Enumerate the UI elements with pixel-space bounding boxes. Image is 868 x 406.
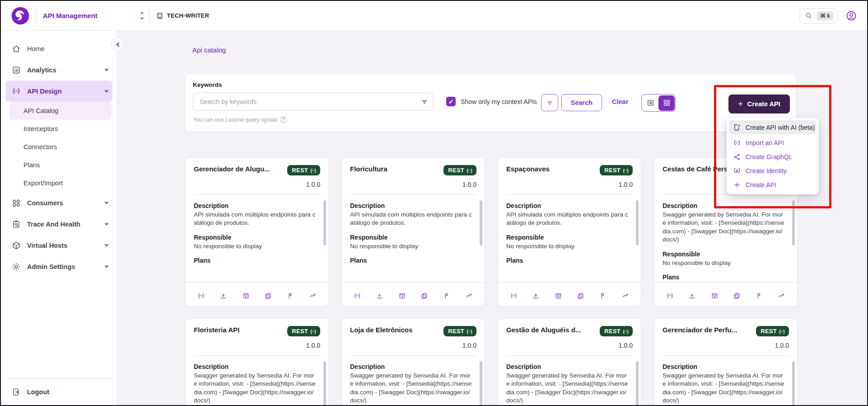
sidebar-item-admin-settings[interactable]: Admin Settings: [1, 256, 117, 277]
description-heading: Description: [350, 363, 473, 370]
create-api-menu-item[interactable]: Create API with AI (beta): [729, 120, 816, 134]
download-icon[interactable]: [688, 292, 696, 300]
documentation-icon[interactable]: [711, 292, 719, 300]
context-checkbox-group[interactable]: ✓ Show only my context APIs: [446, 97, 537, 106]
download-icon[interactable]: [219, 292, 227, 300]
code-braces-icon[interactable]: [666, 292, 674, 300]
sidebar-item-trace-and-health[interactable]: Trace And Health: [1, 213, 117, 235]
flow-icon[interactable]: [443, 292, 450, 300]
sidebar-item-api-design[interactable]: API Design: [5, 80, 112, 102]
copy-icon[interactable]: [420, 292, 428, 300]
api-card[interactable]: Gerenciador de Alugu... REST {··} 1.0.0 …: [185, 157, 329, 307]
sub-item-label: Plans: [23, 161, 40, 169]
rest-badge-label: REST: [292, 167, 308, 174]
sidebar-item-export-import[interactable]: Export/Import: [1, 174, 117, 192]
card-scrollbar[interactable]: [636, 361, 639, 405]
sidebar-item-virtual-hosts[interactable]: Virtual Hosts: [1, 235, 117, 256]
description-heading: Description: [350, 202, 473, 209]
api-card[interactable]: Floricultura REST {··} 1.0.0 Description…: [341, 157, 485, 307]
rest-badge: REST {··}: [600, 326, 633, 336]
card-scrollbar[interactable]: [636, 200, 639, 245]
sub-item-label: API Catalog: [23, 107, 58, 114]
keywords-search-input[interactable]: [193, 93, 434, 111]
sidebar-collapse-button[interactable]: [111, 38, 125, 51]
api-card-title: Loja de Eletrônicos: [350, 326, 412, 334]
create-api-menu-item[interactable]: Create API: [729, 178, 816, 192]
view-toggle-group: [641, 94, 676, 112]
api-card-title: Gerenciador de Alugu...: [194, 165, 270, 173]
card-scrollbar[interactable]: [323, 361, 326, 405]
sidebar-item-connectors[interactable]: Connectors: [1, 138, 117, 156]
card-scrollbar[interactable]: [480, 200, 482, 245]
create-api-menu-item[interactable]: Import an API: [729, 136, 816, 150]
menu-item-label: Create API with AI (beta): [746, 124, 815, 131]
metrics-icon[interactable]: [778, 292, 785, 300]
create-api-button[interactable]: + Create API: [728, 94, 790, 113]
flow-icon[interactable]: [286, 292, 294, 300]
metrics-icon[interactable]: [621, 292, 629, 300]
metrics-icon[interactable]: [309, 292, 317, 300]
create-api-dropdown-menu: Create API with AI (beta)Import an APICr…: [727, 118, 819, 194]
sidebar-item-plans[interactable]: Plans: [1, 156, 117, 174]
code-braces-icon[interactable]: [510, 292, 518, 300]
sidebar-item-home[interactable]: Home: [1, 38, 117, 59]
flow-icon[interactable]: [599, 292, 607, 300]
sidebar-item-consumers[interactable]: Consumers: [1, 192, 117, 213]
help-icon[interactable]: ?: [280, 116, 287, 123]
code-braces-icon: {··}: [310, 329, 316, 334]
download-icon[interactable]: [376, 292, 383, 300]
description-heading: Description: [663, 202, 785, 209]
card-scrollbar[interactable]: [792, 200, 795, 245]
copy-icon[interactable]: [733, 292, 741, 300]
api-card[interactable]: Gerenciador de Perfu... REST {··} 1.0.0 …: [654, 318, 798, 405]
code-braces-icon[interactable]: [354, 292, 361, 300]
documentation-icon[interactable]: [398, 292, 406, 300]
sidebar-item-interceptors[interactable]: Interceptors: [1, 120, 117, 138]
download-icon[interactable]: [532, 292, 540, 300]
documentation-icon[interactable]: [555, 292, 562, 300]
sidebar-item-analytics[interactable]: Analytics: [1, 59, 117, 80]
sidebar-item-label: Admin Settings: [27, 263, 75, 270]
app-switcher-button[interactable]: [141, 12, 143, 19]
api-card[interactable]: Gestão de Aluguéis d... REST {··} 1.0.0 …: [498, 318, 641, 405]
responsible-heading: Responsible: [506, 234, 629, 241]
rest-badge-label: REST: [761, 328, 777, 335]
code-braces-icon[interactable]: [197, 292, 205, 300]
card-header: Gerenciador de Alugu... REST {··} 1.0.0: [186, 158, 328, 195]
copy-icon[interactable]: [577, 292, 584, 300]
api-card[interactable]: Floristeria API REST {··} 1.0.0 Descript…: [185, 318, 329, 405]
responsible-text: No responsible to display: [194, 242, 317, 250]
card-scrollbar[interactable]: [792, 361, 795, 405]
clear-button[interactable]: Clear: [612, 98, 628, 105]
flow-icon[interactable]: [755, 292, 763, 300]
chevron-down-icon: [105, 222, 108, 225]
logout-button[interactable]: Logout: [1, 379, 117, 405]
global-search-button[interactable]: ⌘ k: [799, 8, 837, 24]
rest-badge: REST {··}: [600, 165, 633, 175]
metrics-icon[interactable]: [465, 292, 473, 300]
account-icon[interactable]: [845, 10, 857, 22]
description-text: Swagger generated by Sensedia AI. For mo…: [350, 372, 473, 405]
grid-view-button[interactable]: [658, 95, 675, 111]
advanced-filter-button[interactable]: [541, 94, 558, 111]
api-card[interactable]: Loja de Eletrônicos REST {··} 1.0.0 Desc…: [341, 318, 485, 405]
responsible-heading: Responsible: [194, 234, 317, 241]
list-view-button[interactable]: [642, 95, 658, 111]
filter-funnel-icon[interactable]: [420, 97, 429, 106]
create-api-menu-item[interactable]: Create Identity: [729, 164, 816, 178]
copy-icon[interactable]: [264, 292, 272, 300]
responsible-text: No responsible to display: [350, 242, 473, 250]
search-button[interactable]: Search: [561, 94, 602, 111]
card-header: Floristeria API REST {··} 1.0.0: [186, 319, 328, 356]
create-api-menu-item[interactable]: Create GraphQL: [729, 150, 816, 164]
documentation-icon[interactable]: [242, 292, 250, 300]
checkbox-checked-icon[interactable]: ✓: [446, 97, 456, 106]
sidebar-item-api-catalog[interactable]: API Catalog: [9, 102, 112, 120]
card-scrollbar[interactable]: [480, 361, 482, 405]
sidebar-item-label: API Design: [27, 88, 62, 95]
page-title: Api catalog: [192, 46, 226, 54]
description-heading: Description: [506, 202, 629, 209]
api-card[interactable]: Espaçonaves REST {··} 1.0.0 Description …: [498, 157, 641, 307]
description-text: API simulada com múltiplos endpoints par…: [506, 211, 629, 227]
card-scrollbar[interactable]: [323, 200, 326, 245]
